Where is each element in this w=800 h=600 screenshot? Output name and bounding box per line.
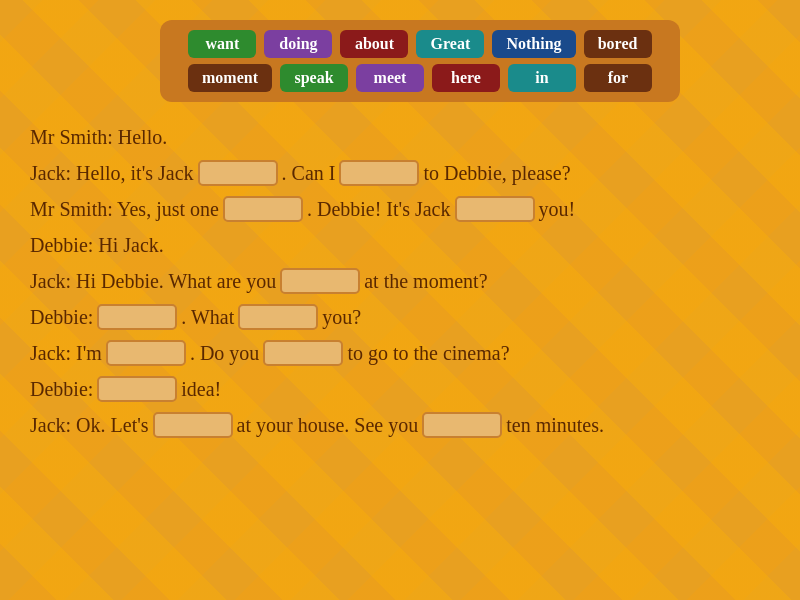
blank-7-2[interactable] bbox=[263, 340, 343, 366]
line-9-text1: Jack: Ok. Let's bbox=[30, 408, 149, 442]
line-2-text1: Jack: Hello, it's Jack bbox=[30, 156, 194, 190]
line-6-text3: you? bbox=[322, 300, 361, 334]
word-great-button[interactable]: Great bbox=[416, 30, 484, 58]
line-7-text1: Jack: I'm bbox=[30, 336, 102, 370]
line-1-text: Mr Smith: Hello. bbox=[30, 120, 167, 154]
blank-9-1[interactable] bbox=[153, 412, 233, 438]
line-3: Mr Smith: Yes, just one . Debbie! It's J… bbox=[30, 192, 770, 226]
word-speak-button[interactable]: speak bbox=[280, 64, 348, 92]
blank-5-1[interactable] bbox=[280, 268, 360, 294]
word-bank: wantdoingaboutGreatNothingbored momentsp… bbox=[20, 20, 780, 102]
word-in-button[interactable]: in bbox=[508, 64, 576, 92]
line-2-text2: . Can I bbox=[282, 156, 336, 190]
word-meet-button[interactable]: meet bbox=[356, 64, 424, 92]
blank-6-2[interactable] bbox=[238, 304, 318, 330]
line-5-text2: at the moment? bbox=[364, 264, 487, 298]
blank-3-1[interactable] bbox=[223, 196, 303, 222]
word-about-button[interactable]: about bbox=[340, 30, 408, 58]
blank-7-1[interactable] bbox=[106, 340, 186, 366]
word-want-button[interactable]: want bbox=[188, 30, 256, 58]
line-3-text3: you! bbox=[539, 192, 576, 226]
blank-6-1[interactable] bbox=[97, 304, 177, 330]
blank-2-2[interactable] bbox=[339, 160, 419, 186]
word-for-button[interactable]: for bbox=[584, 64, 652, 92]
line-3-text1: Mr Smith: Yes, just one bbox=[30, 192, 219, 226]
line-7-text2: . Do you bbox=[190, 336, 259, 370]
line-5-text1: Jack: Hi Debbie. What are you bbox=[30, 264, 276, 298]
word-here-button[interactable]: here bbox=[432, 64, 500, 92]
line-5: Jack: Hi Debbie. What are you at the mom… bbox=[30, 264, 770, 298]
line-6: Debbie: . What you? bbox=[30, 300, 770, 334]
blank-9-2[interactable] bbox=[422, 412, 502, 438]
word-doing-button[interactable]: doing bbox=[264, 30, 332, 58]
line-2: Jack: Hello, it's Jack . Can I to Debbie… bbox=[30, 156, 770, 190]
line-8-text2: idea! bbox=[181, 372, 221, 406]
line-8-text1: Debbie: bbox=[30, 372, 93, 406]
word-moment-button[interactable]: moment bbox=[188, 64, 272, 92]
dialogue: Mr Smith: Hello. Jack: Hello, it's Jack … bbox=[20, 120, 780, 442]
line-4-text: Debbie: Hi Jack. bbox=[30, 228, 164, 262]
line-9: Jack: Ok. Let's at your house. See you t… bbox=[30, 408, 770, 442]
word-bored-button[interactable]: bored bbox=[584, 30, 652, 58]
word-nothing-button[interactable]: Nothing bbox=[492, 30, 575, 58]
line-7: Jack: I'm . Do you to go to the cinema? bbox=[30, 336, 770, 370]
line-2-text3: to Debbie, please? bbox=[423, 156, 570, 190]
word-bank-row1: wantdoingaboutGreatNothingbored bbox=[188, 30, 651, 58]
line-7-text3: to go to the cinema? bbox=[347, 336, 509, 370]
line-4: Debbie: Hi Jack. bbox=[30, 228, 770, 262]
blank-8-1[interactable] bbox=[97, 376, 177, 402]
line-6-text2: . What bbox=[181, 300, 234, 334]
blank-2-1[interactable] bbox=[198, 160, 278, 186]
line-3-text2: . Debbie! It's Jack bbox=[307, 192, 451, 226]
line-9-text3: ten minutes. bbox=[506, 408, 604, 442]
line-8: Debbie: idea! bbox=[30, 372, 770, 406]
line-6-text1: Debbie: bbox=[30, 300, 93, 334]
line-9-text2: at your house. See you bbox=[237, 408, 419, 442]
blank-3-2[interactable] bbox=[455, 196, 535, 222]
word-bank-row2: momentspeakmeethereinfor bbox=[188, 64, 652, 92]
line-1: Mr Smith: Hello. bbox=[30, 120, 770, 154]
